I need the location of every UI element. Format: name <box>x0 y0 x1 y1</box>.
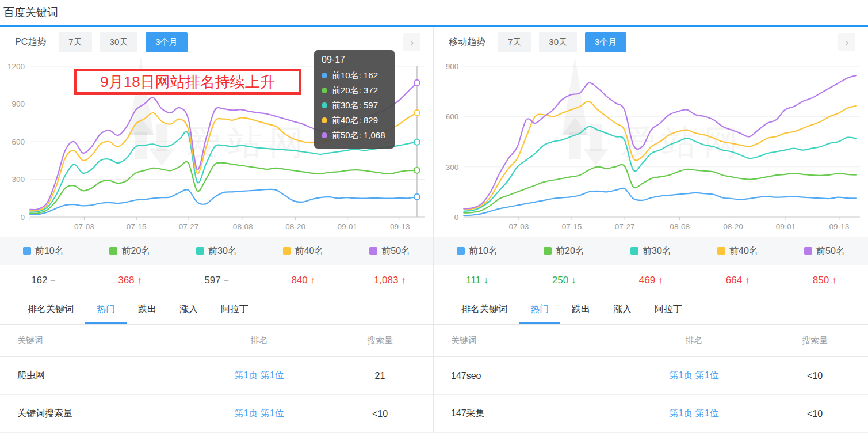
svg-text:07-03: 07-03 <box>74 222 94 231</box>
legend-item-top20[interactable]: 前20名 <box>87 237 174 265</box>
stat-top40: 840↑ <box>260 265 347 295</box>
volume-cell: <10 <box>327 409 433 419</box>
legend-chip-icon <box>369 247 377 255</box>
tab-aladdin[interactable]: 阿拉丁 <box>209 295 260 324</box>
svg-text:600: 600 <box>446 112 459 121</box>
flat-icon: – <box>224 275 229 286</box>
table-header-row: 关键词 排名 搜索量 <box>0 325 433 357</box>
legend-item-top40[interactable]: 前40名 <box>694 237 781 265</box>
legend-item-top30[interactable]: 前30名 <box>607 237 694 265</box>
keyword-cell: 爬虫网 <box>0 370 192 382</box>
table-header-row: 关键词 排名 搜索量 <box>434 325 868 357</box>
stat-top10: 111↓ <box>434 265 521 295</box>
down-arrow-icon: ↓ <box>571 275 576 286</box>
legend-chip-icon <box>109 247 117 255</box>
tab-hot[interactable]: 热门 <box>85 295 127 324</box>
table-row: 爬虫网 第1页 第1位 21 <box>0 357 433 395</box>
keyword-cell: 147seo <box>434 371 626 381</box>
down-arrow-icon: ↓ <box>484 275 488 286</box>
keyword-cell: 147采集 <box>434 408 626 420</box>
legend-item-top20[interactable]: 前20名 <box>521 237 607 265</box>
legend-chip-icon <box>196 247 204 255</box>
pc-trend-panel: PC趋势 7天 30天 3个月 › 0300600900120007-0307-… <box>0 27 434 433</box>
tab-risen[interactable]: 涨入 <box>168 295 209 324</box>
tab-hot[interactable]: 热门 <box>519 295 560 324</box>
legend-chip-icon <box>23 247 31 255</box>
pc-legend: 前10名 前20名 前30名 前40名 前50名 <box>0 237 433 265</box>
pc-panel-next-button[interactable]: › <box>403 33 420 51</box>
svg-text:09-13: 09-13 <box>829 222 849 231</box>
legend-item-top10[interactable]: 前10名 <box>0 237 87 265</box>
mobile-trend-label: 移动趋势 <box>449 36 485 48</box>
pc-range-tab-30d[interactable]: 30天 <box>100 32 138 52</box>
legend-item-top40[interactable]: 前40名 <box>260 237 347 265</box>
mobile-panel-next-button[interactable]: › <box>838 33 855 51</box>
keyword-cell: 关键词搜索量 <box>0 408 192 420</box>
pc-range-tab-3m[interactable]: 3个月 <box>146 32 187 52</box>
up-arrow-icon: ↑ <box>137 275 142 286</box>
up-arrow-icon: ↑ <box>745 275 750 286</box>
svg-text:300: 300 <box>12 176 25 184</box>
rank-rise-annotation: 9月18日网站排名持续上升 <box>74 69 301 95</box>
stat-top20: 368↑ <box>87 265 174 295</box>
mobile-legend: 前10名 前20名 前30名 前40名 前50名 <box>434 237 868 265</box>
rank-link[interactable]: 第1页 第1位 <box>234 370 284 380</box>
mobile-panel-header: 移动趋势 7天 30天 3个月 › <box>434 27 868 57</box>
tab-aladdin[interactable]: 阿拉丁 <box>643 295 694 324</box>
table-row: 147seo 第1页 第1位 <10 <box>434 357 868 395</box>
legend-chip-icon <box>804 247 812 255</box>
trend-panels: PC趋势 7天 30天 3个月 › 0300600900120007-0307-… <box>0 27 868 433</box>
stat-top50: 1,083↑ <box>346 265 433 295</box>
stat-top30: 469↑ <box>607 265 694 295</box>
tab-ranking-keywords[interactable]: 排名关键词 <box>450 295 519 324</box>
svg-text:07-27: 07-27 <box>615 222 635 231</box>
mobile-trend-panel: 移动趋势 7天 30天 3个月 › 030060090007-0307-1507… <box>434 27 868 433</box>
legend-item-top50[interactable]: 前50名 <box>346 237 433 265</box>
pc-stats-row: 162– 368↑ 597– 840↑ 1,083↑ <box>0 265 433 295</box>
mobile-keyword-table: 关键词 排名 搜索量 147seo 第1页 第1位 <10 147采集 第1页 … <box>434 325 868 433</box>
mobile-stats-row: 111↓ 250↓ 469↑ 664↑ 850↑ <box>434 265 868 295</box>
up-arrow-icon: ↑ <box>401 275 406 286</box>
mobile-keyword-tabs: 排名关键词 热门 跌出 涨入 阿拉丁 <box>434 295 868 325</box>
svg-text:0: 0 <box>21 213 25 222</box>
table-row: 147采集 第1页 第1位 <10 <box>434 395 868 433</box>
legend-item-top10[interactable]: 前10名 <box>434 237 521 265</box>
pc-keyword-table: 关键词 排名 搜索量 爬虫网 第1页 第1位 21 关键词搜索量 第1页 第1位… <box>0 325 433 433</box>
up-arrow-icon: ↑ <box>832 275 836 286</box>
stat-top50: 850↑ <box>781 265 868 295</box>
svg-text:08-08: 08-08 <box>670 222 690 231</box>
mobile-range-tab-7d[interactable]: 7天 <box>498 32 531 52</box>
tab-ranking-keywords[interactable]: 排名关键词 <box>16 295 85 324</box>
rank-link[interactable]: 第1页 第1位 <box>669 370 718 380</box>
svg-text:600: 600 <box>12 138 25 146</box>
stat-top30: 597– <box>173 265 260 295</box>
tab-dropped[interactable]: 跌出 <box>127 295 168 324</box>
rank-link[interactable]: 第1页 第1位 <box>234 408 284 418</box>
pc-panel-header: PC趋势 7天 30天 3个月 › <box>0 27 433 57</box>
tab-dropped[interactable]: 跌出 <box>560 295 602 324</box>
page-title: 百度关键词 <box>0 0 868 25</box>
volume-cell: <10 <box>762 371 868 381</box>
legend-chip-icon <box>630 247 638 255</box>
up-arrow-icon: ↑ <box>311 275 315 286</box>
volume-cell: 21 <box>327 371 433 381</box>
svg-text:08-08: 08-08 <box>233 222 253 231</box>
mobile-trend-chart[interactable]: 030060090007-0307-1507-2708-0808-2009-01… <box>434 57 868 237</box>
volume-cell: <10 <box>762 409 868 419</box>
up-arrow-icon: ↑ <box>658 275 663 286</box>
rank-link[interactable]: 第1页 第1位 <box>669 408 718 418</box>
legend-item-top50[interactable]: 前50名 <box>781 237 868 265</box>
svg-text:900: 900 <box>446 62 459 71</box>
legend-chip-icon <box>457 247 465 255</box>
mobile-range-tab-3m[interactable]: 3个月 <box>585 32 626 52</box>
tab-risen[interactable]: 涨入 <box>602 295 643 324</box>
svg-text:07-27: 07-27 <box>179 222 199 231</box>
svg-text:900: 900 <box>12 100 25 109</box>
legend-item-top30[interactable]: 前30名 <box>173 237 260 265</box>
mobile-range-tab-30d[interactable]: 30天 <box>539 32 577 52</box>
pc-range-tab-7d[interactable]: 7天 <box>59 32 91 52</box>
stat-top10: 162– <box>0 265 87 295</box>
svg-text:09-13: 09-13 <box>390 222 410 231</box>
pc-keyword-tabs: 排名关键词 热门 跌出 涨入 阿拉丁 <box>0 295 433 325</box>
svg-text:07-15: 07-15 <box>127 222 147 231</box>
